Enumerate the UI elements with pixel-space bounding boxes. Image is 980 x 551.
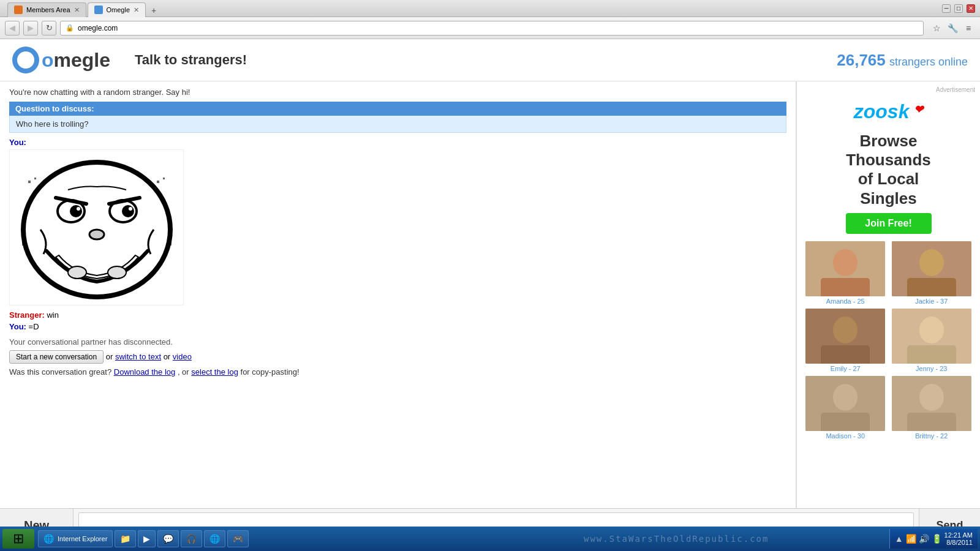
for-copy-text: for copy-pasting!: [241, 367, 300, 377]
ad-sidebar: Advertisement zoosk ❤ Browse Thousands o…: [796, 81, 980, 508]
omegle-header: omegle Talk to strangers! 26,765 strange…: [0, 39, 980, 81]
or-text-1: or: [106, 352, 115, 361]
join-free-button[interactable]: Join Free!: [846, 213, 932, 234]
bookmark-star-icon[interactable]: ☆: [930, 21, 943, 35]
chat-message-stranger: Stranger: win: [9, 310, 786, 320]
select-log-link[interactable]: select the log: [191, 367, 238, 377]
start-button[interactable]: ⊞: [2, 529, 34, 549]
svg-point-20: [833, 249, 858, 276]
photo-grid: Amanda - 25 Jackie - 37 Emily - 27: [802, 239, 975, 442]
svg-point-5: [122, 205, 134, 217]
tray-expand-icon[interactable]: ▲: [895, 534, 903, 544]
tab-omegle[interactable]: Omegle ✕: [88, 2, 146, 17]
tab-close-members[interactable]: ✕: [74, 6, 80, 14]
profile-item-amanda[interactable]: Amanda - 25: [804, 241, 887, 305]
ad-line2: Thousands: [846, 151, 931, 169]
taskbar-game-icon[interactable]: 🎮: [227, 530, 249, 547]
ad-line3: of Local: [858, 170, 919, 188]
address-bar[interactable]: 🔒 omegle.com: [60, 21, 924, 36]
zoosk-brand: zoosk: [854, 100, 910, 122]
troll-face-svg: [10, 150, 184, 305]
disconnect-message: Your conversational partner has disconne…: [9, 337, 786, 347]
profile-item-brittny[interactable]: Brittny - 22: [891, 376, 973, 440]
svg-rect-24: [907, 278, 956, 296]
tab-members-area[interactable]: Members Area ✕: [7, 2, 86, 17]
svg-rect-33: [821, 413, 870, 431]
chat-message-you-ascii: You:: [9, 138, 786, 147]
menu-icon[interactable]: ≡: [962, 21, 975, 35]
question-text: Who here is trolling?: [9, 116, 786, 133]
switch-to-text-link[interactable]: switch to text: [115, 352, 161, 361]
you-label-1: You:: [9, 138, 26, 147]
logo-circle: [12, 47, 39, 73]
svg-rect-17: [22, 242, 24, 246]
you-message-text: =D: [29, 322, 39, 331]
svg-point-4: [70, 205, 82, 217]
tab-close-omegle[interactable]: ✕: [134, 6, 139, 14]
svg-point-26: [833, 317, 858, 343]
taskbar-ie-icon[interactable]: 🌐 Internet Explorer: [38, 530, 113, 547]
ie-icon: 🌐: [43, 534, 54, 544]
taskbar-chrome-icon[interactable]: 🌐: [204, 530, 225, 547]
download-log-link[interactable]: Download the log: [114, 367, 175, 377]
svg-rect-18: [169, 242, 172, 246]
tab-label-omegle: Omegle: [107, 6, 130, 13]
profile-photo-emily: [805, 309, 885, 364]
folder-icon: 📁: [120, 534, 130, 544]
svg-point-29: [919, 317, 944, 343]
back-button[interactable]: ◀: [5, 21, 20, 36]
svg-point-10: [89, 230, 104, 239]
taskbar-media-icon[interactable]: ▶: [138, 530, 156, 547]
profile-name-madison: Madison - 30: [826, 432, 865, 440]
profile-photo-madison: [805, 376, 885, 431]
taskbar-headset-icon[interactable]: 🎧: [181, 530, 202, 547]
tray-volume-icon[interactable]: 🔊: [919, 534, 929, 544]
profile-item-madison[interactable]: Madison - 30: [804, 376, 887, 440]
tab-favicon-members: [14, 6, 23, 14]
new-tab-button[interactable]: +: [147, 4, 160, 17]
logo-inner: [17, 51, 34, 69]
tab-favicon-omegle: [94, 6, 103, 14]
maximize-button[interactable]: □: [954, 4, 963, 13]
svg-rect-21: [821, 278, 870, 296]
profile-photo-brittny: [892, 376, 971, 431]
profile-item-jackie[interactable]: Jackie - 37: [891, 241, 973, 305]
taskbar-tray: ▲ 📶 🔊 🔋 12:21 AM 8/8/2011: [889, 529, 978, 549]
browser-navbar: ◀ ▶ ↻ 🔒 omegle.com ☆ 🔧 ≡: [0, 17, 980, 39]
zoosk-heart-icon: ❤: [914, 103, 923, 116]
ad-container: Advertisement zoosk ❤ Browse Thousands o…: [797, 81, 980, 447]
strangers-count: 26,765 strangers online: [837, 51, 968, 70]
video-link[interactable]: video: [173, 352, 192, 361]
stranger-label: Stranger:: [9, 310, 45, 320]
forward-button[interactable]: ▶: [23, 21, 38, 36]
taskbar-folder-icon[interactable]: 📁: [115, 530, 136, 547]
comma-or-text: , or: [178, 367, 189, 377]
profile-name-amanda: Amanda - 25: [826, 298, 865, 305]
svg-point-12: [108, 266, 126, 279]
start-new-conversation-button[interactable]: Start a new conversation: [9, 350, 104, 364]
svg-rect-30: [907, 345, 956, 364]
chat-message-you-2: You: =D: [9, 322, 786, 331]
profile-name-emily: Emily - 27: [831, 365, 861, 372]
extension-icon[interactable]: 🔧: [946, 21, 959, 35]
svg-rect-36: [907, 413, 956, 431]
profile-name-jackie: Jackie - 37: [915, 298, 948, 305]
address-text: omegle.com: [78, 24, 118, 32]
close-button[interactable]: ✕: [967, 4, 975, 13]
profile-photo-amanda: [805, 241, 885, 296]
minimize-button[interactable]: ─: [942, 4, 951, 13]
logo-text: omegle: [42, 49, 110, 72]
svg-rect-15: [157, 181, 159, 183]
browser-titlebar: Members Area ✕ Omegle ✕ + ─ □ ✕: [0, 0, 980, 17]
profile-item-jenny[interactable]: Jenny - 23: [891, 309, 973, 372]
troll-face-image: [9, 149, 184, 305]
taskbar-skype-icon[interactable]: 💬: [157, 530, 179, 547]
page-wrapper: omegle Talk to strangers! 26,765 strange…: [0, 39, 980, 508]
skype-icon: 💬: [163, 534, 173, 544]
omegle-logo: omegle: [12, 47, 110, 73]
logo-megle: megle: [54, 49, 110, 71]
tray-network-icon: 📶: [906, 534, 916, 544]
profile-item-emily[interactable]: Emily - 27: [804, 309, 887, 372]
refresh-button[interactable]: ↻: [42, 21, 56, 36]
security-icon: 🔒: [66, 24, 74, 32]
